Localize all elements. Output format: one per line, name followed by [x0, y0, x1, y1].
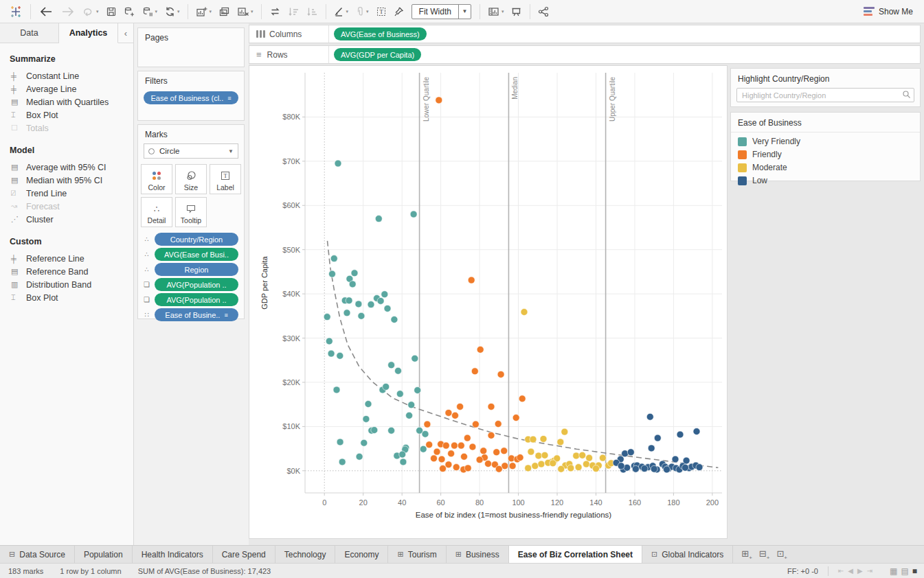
sheet-tab-label: Technology	[284, 550, 326, 559]
redo-button[interactable]	[57, 4, 79, 19]
analytics-item[interactable]: ▤Median with Quartiles	[0, 95, 133, 108]
clear-sheet-button[interactable]: ▾	[234, 5, 257, 19]
sheet-tab[interactable]: ⊟ Data Source	[0, 546, 75, 563]
grid-view-icon[interactable]: ▦	[890, 566, 897, 576]
sheet-tab[interactable]: Ease of Biz Correlation Sheet	[509, 546, 642, 563]
analytics-item-icon: ▤	[11, 163, 26, 172]
sheet-tab[interactable]: ⊞ Business	[447, 546, 509, 563]
analytics-item[interactable]: ⍁Trend Line	[0, 187, 133, 200]
tab-analytics[interactable]: Analytics	[59, 23, 118, 43]
legend-item[interactable]: Moderate	[738, 163, 913, 172]
analytics-item[interactable]: ▤Median with 95% CI	[0, 174, 133, 187]
y-axis-title: GDP per Capita	[260, 255, 269, 309]
analytics-item-label: Median with 95% CI	[26, 176, 102, 185]
tab-data[interactable]: Data	[0, 23, 59, 43]
analytics-item[interactable]: ╪Reference Line	[0, 252, 133, 265]
label-button[interactable]: T Label	[210, 164, 241, 194]
columns-shelf[interactable]: Columns AVG(Ease of Business)	[249, 25, 921, 43]
data-point	[442, 442, 449, 449]
data-point	[333, 386, 340, 393]
legend-item[interactable]: Friendly	[738, 150, 913, 159]
legend-item[interactable]: Very Friendly	[738, 137, 913, 146]
sheet-tab[interactable]: Health Indicators	[133, 546, 213, 563]
data-point	[328, 350, 335, 357]
sheet-tab[interactable]: Population	[75, 546, 133, 563]
filters-card[interactable]: Filters Ease of Business (cl..≡	[137, 71, 245, 121]
color-button[interactable]: Color	[141, 164, 172, 194]
tooltip-icon	[185, 203, 196, 215]
swap-rows-columns-button[interactable]	[266, 5, 284, 19]
new-story-button[interactable]: ⊡+	[776, 548, 787, 561]
sort-descending-button[interactable]	[303, 5, 322, 19]
share-button[interactable]	[534, 5, 552, 19]
analytics-item[interactable]: ↝Forecast	[0, 200, 133, 213]
x-tick-label: 80	[475, 498, 484, 507]
mark-pill[interactable]: AVG(Population ..≡	[155, 278, 238, 291]
analytics-item[interactable]: ⋰Cluster	[0, 213, 133, 226]
mark-pill[interactable]: Country/Region≡	[155, 233, 238, 246]
refresh-button[interactable]: ▾	[161, 5, 183, 19]
mark-type-dropdown[interactable]: Circle ▼	[144, 143, 238, 159]
mark-pill[interactable]: AVG(Population ..≡	[155, 293, 238, 306]
new-sheet-buttons: ⊞+ ⊟+ ⊡+	[733, 546, 796, 563]
analytics-item[interactable]: ▤Average with 95% CI	[0, 161, 133, 174]
analytics-item[interactable]: ╪Constant Line	[0, 69, 133, 82]
legend-items: Very Friendly Friendly Moderate Low	[731, 132, 920, 189]
analytics-item[interactable]: ▤Reference Band	[0, 265, 133, 278]
size-button[interactable]: Size	[175, 164, 207, 194]
sort-ascending-button[interactable]	[284, 5, 303, 19]
sheet-tab[interactable]: Care Spend	[213, 546, 275, 563]
analytics-item[interactable]: ⌶Box Plot	[0, 108, 133, 122]
legend-item-label: Friendly	[752, 150, 782, 159]
analytics-item[interactable]: ▥Distribution Band	[0, 278, 133, 291]
show-me-button[interactable]: Show Me	[864, 7, 919, 16]
show-mark-labels-button[interactable]: T	[372, 5, 390, 19]
save-button[interactable]	[102, 5, 120, 19]
single-view-icon[interactable]: ■	[912, 566, 917, 576]
highlight-input[interactable]	[736, 88, 914, 102]
tooltip-button[interactable]: Tooltip	[175, 197, 207, 227]
page-navigation[interactable]: ⇤◀▶⇥	[838, 567, 877, 575]
sheet-tab[interactable]: ⊞ Tourism	[388, 546, 446, 563]
columns-field-pill[interactable]: AVG(Ease of Business)	[334, 27, 427, 41]
filter-pill[interactable]: Ease of Business (cl..≡	[144, 91, 238, 104]
pause-auto-updates-button[interactable]: ▾	[139, 5, 161, 19]
mark-pill[interactable]: Region≡	[155, 263, 238, 276]
legend-swatch	[738, 150, 747, 159]
view-mode-switcher[interactable]: ▦▤■	[886, 566, 917, 576]
show-hide-cards-button[interactable]: ▾	[484, 5, 508, 19]
analytics-item[interactable]: ╪Average Line	[0, 82, 133, 95]
undo-button[interactable]	[35, 4, 57, 19]
detail-button[interactable]: ∴ Detail	[141, 197, 172, 227]
duplicate-sheet-button[interactable]	[215, 5, 234, 19]
analytics-item[interactable]: ☐Totals	[0, 122, 133, 135]
new-data-source-button[interactable]	[120, 5, 139, 19]
new-worksheet-button[interactable]: ⊞+	[741, 548, 752, 561]
rows-shelf[interactable]: ≡ Rows AVG(GDP per Capita)	[249, 45, 921, 64]
scatter-chart[interactable]: Lower QuartileMedianUpper Quartile020406…	[249, 66, 728, 540]
mark-pill-role-icon: ∴	[141, 235, 153, 243]
analytics-item[interactable]: ⌶Box Plot	[0, 291, 133, 304]
collapse-pane-icon[interactable]: ‹	[118, 23, 133, 43]
group-members-button[interactable]: ▾	[352, 5, 372, 19]
fix-axes-button[interactable]	[390, 5, 407, 19]
pages-card[interactable]: Pages	[137, 27, 245, 67]
presentation-mode-button[interactable]	[507, 5, 526, 19]
fit-selector[interactable]: Fit Width ▼	[412, 4, 471, 19]
mark-pill[interactable]: AVG(Ease of Busi..≡	[155, 248, 238, 261]
legend-title: Ease of Business	[731, 113, 920, 132]
legend-item[interactable]: Low	[738, 176, 913, 185]
sheet-tab[interactable]: Economy	[335, 546, 388, 563]
replay-button[interactable]: ▾	[79, 5, 102, 19]
new-worksheet-button[interactable]: ▾	[192, 5, 216, 19]
rows-field-pill[interactable]: AVG(GDP per Capita)	[334, 48, 421, 61]
highlight-button[interactable]: ▾	[330, 5, 352, 19]
mark-pill[interactable]: Ease of Busine..≡	[155, 308, 238, 321]
sheet-tab[interactable]: Technology	[275, 546, 336, 563]
filmstrip-view-icon[interactable]: ▤	[901, 566, 908, 576]
analytics-item-icon: ▥	[11, 280, 26, 289]
new-dashboard-button[interactable]: ⊟+	[759, 548, 770, 561]
scatter-chart-view[interactable]: Lower QuartileMedianUpper Quartile020406…	[249, 65, 728, 539]
analytics-item-label: Cluster	[26, 215, 54, 224]
sheet-tab[interactable]: ⊡ Global Indicators	[642, 546, 733, 563]
